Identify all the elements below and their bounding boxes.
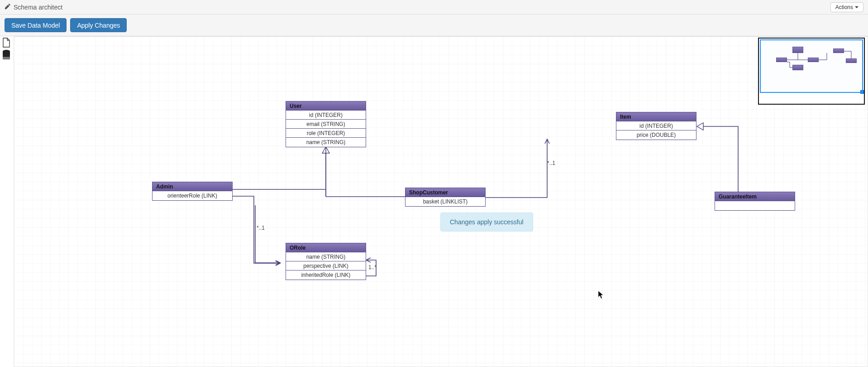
save-data-model-button[interactable]: Save Data Model	[5, 18, 67, 32]
document-icon	[2, 38, 11, 48]
entity-guaranteeitem-title: GuaranteeItem	[715, 192, 795, 201]
svg-rect-2	[3, 58, 10, 58]
svg-rect-1	[3, 56, 10, 57]
entity-item-title: Item	[616, 112, 696, 121]
edge-label-orole-self: 1..*	[368, 264, 377, 270]
entity-shopcustomer-field[interactable]: basket (LINKLIST)	[405, 197, 485, 206]
panel-header: Schema architect Actions	[0, 0, 868, 14]
actions-label: Actions	[835, 4, 853, 10]
entity-orole-field[interactable]: perspective (LINK)	[286, 261, 366, 270]
chevron-down-icon	[855, 6, 858, 8]
page-title: Schema architect	[5, 3, 62, 11]
edit-icon	[5, 3, 11, 11]
palette	[1, 37, 14, 60]
palette-new-class[interactable]	[1, 37, 12, 48]
apply-changes-button[interactable]: Apply Changes	[70, 18, 127, 32]
entity-user-field[interactable]: id (INTEGER)	[286, 111, 366, 120]
database-icon	[2, 49, 11, 59]
entity-admin-title: Admin	[153, 182, 232, 191]
svg-rect-3	[3, 59, 10, 59]
entity-user-field[interactable]: email (STRING)	[286, 120, 366, 129]
entity-user-field[interactable]: role (INTEGER)	[286, 129, 366, 138]
entity-item-field[interactable]: price (DOUBLE)	[616, 130, 696, 140]
entity-user[interactable]: User id (INTEGER) email (STRING) role (I…	[286, 101, 366, 147]
diagram-canvas[interactable]: User id (INTEGER) email (STRING) role (I…	[14, 36, 868, 367]
entity-admin-field[interactable]: orienteerRole (LINK)	[153, 191, 232, 200]
entity-shopcustomer-title: ShopCustomer	[405, 188, 485, 197]
entity-user-title: User	[286, 101, 366, 111]
entity-orole-field[interactable]: inheritedRole (LINK)	[286, 270, 366, 280]
edge-label-admin-orole: *..1	[257, 225, 265, 231]
toolbar: Save Data Model Apply Changes	[0, 14, 868, 36]
palette-existing-classes[interactable]	[1, 49, 12, 60]
entity-item[interactable]: Item id (INTEGER) price (DOUBLE)	[616, 112, 696, 140]
entity-orole-field[interactable]: name (STRING)	[286, 252, 366, 261]
entity-guaranteeitem[interactable]: GuaranteeItem	[715, 192, 795, 211]
entity-orole-title: ORole	[286, 243, 366, 252]
entity-user-field[interactable]: name (STRING)	[286, 138, 366, 147]
edge-shopcustomer-item	[486, 139, 547, 198]
entity-item-field[interactable]: id (INTEGER)	[616, 121, 696, 130]
entity-shopcustomer[interactable]: ShopCustomer basket (LINKLIST)	[405, 188, 486, 207]
minimap-edges	[759, 39, 864, 104]
page-title-text: Schema architect	[14, 4, 62, 11]
edge-admin-orole	[254, 200, 280, 263]
edge-guaranteeitem-item	[697, 126, 738, 192]
mouse-cursor-icon	[598, 290, 604, 299]
toast-success: Changes apply successful	[440, 212, 533, 232]
edge-label-shopcustomer-item: *..1	[547, 160, 555, 166]
toast-message: Changes apply successful	[450, 218, 524, 226]
actions-dropdown[interactable]: Actions	[830, 2, 863, 12]
workspace: User id (INTEGER) email (STRING) role (I…	[0, 36, 868, 367]
minimap[interactable]	[758, 38, 865, 105]
entity-orole[interactable]: ORole name (STRING) perspective (LINK) i…	[286, 243, 366, 280]
entity-admin[interactable]: Admin orienteerRole (LINK)	[152, 182, 233, 201]
